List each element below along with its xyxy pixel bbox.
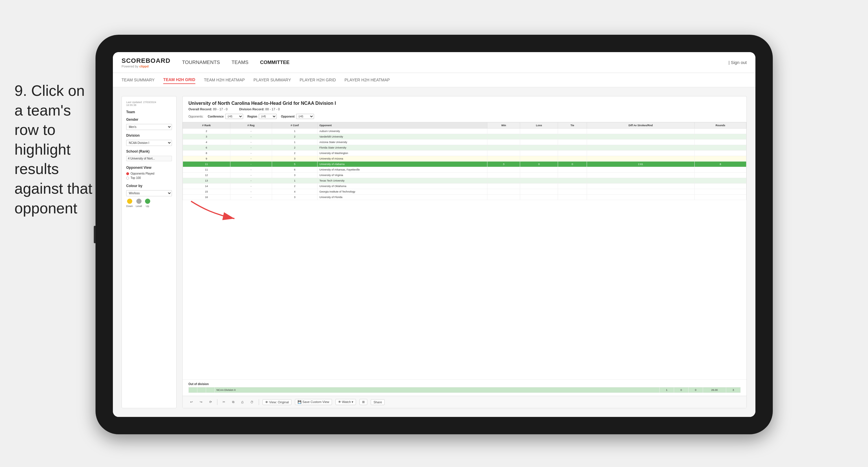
colour-up: Up (145, 199, 150, 208)
out-div-tie: 0 (688, 387, 703, 393)
table-panel: University of North Carolina Head-to-Hea… (182, 96, 747, 408)
radio-dot-top100 (126, 177, 129, 179)
opponent-view-label: Opponent View (126, 166, 172, 170)
tab-player-summary[interactable]: PLAYER SUMMARY (253, 76, 291, 84)
tab-team-h2h-grid[interactable]: TEAM H2H GRID (163, 76, 195, 84)
opponent-select[interactable]: (All) (296, 114, 314, 119)
table-title: University of North Carolina Head-to-Hea… (188, 101, 741, 106)
grid-table-wrapper: # Rank # Reg # Conf Opponent Win Loss Ti… (183, 122, 746, 379)
out-of-division-table: NCAA Division II 1 0 0 26.00 3 (188, 387, 741, 393)
out-div-win: 1 (660, 387, 674, 393)
colour-section: Colour by Win/loss Down Level (126, 184, 172, 208)
tab-team-summary[interactable]: TEAM SUMMARY (122, 76, 155, 84)
tab-player-h2h-grid[interactable]: PLAYER H2H GRID (300, 76, 336, 84)
table-row[interactable]: 14-2University of Oklahoma (183, 183, 746, 189)
th-conf: # Conf (272, 122, 317, 128)
th-win: Win (487, 122, 520, 128)
table-row[interactable]: 4-1Arizona State University (183, 140, 746, 145)
nav-sign-out: | Sign out (728, 60, 747, 65)
out-of-division-title: Out of division (188, 382, 741, 386)
out-div-conf (206, 387, 215, 393)
tablet-device: SCOREBOARD Powered by clippd TOURNAMENTS… (95, 35, 773, 434)
nav-teams[interactable]: TEAMS (231, 58, 249, 67)
gender-select[interactable]: Men's (126, 124, 172, 130)
tab-player-h2h-heatmap[interactable]: PLAYER H2H HEATMAP (344, 76, 390, 84)
instruction-text: 9. Click on a team's row to highlight re… (14, 81, 95, 218)
out-div-rank (189, 387, 197, 393)
colour-circle-level (136, 199, 142, 204)
nav-committee[interactable]: COMMITTEE (260, 58, 289, 67)
radio-dot-opponents (126, 172, 129, 175)
table-row[interactable]: 3-2Vanderbilt University (183, 134, 746, 140)
th-tie: Tie (558, 122, 587, 128)
share-btn[interactable]: Share (371, 399, 384, 405)
toolbar-sep-1 (217, 399, 217, 405)
sidebar-panel: Last Updated: 27/03/2024 16:55:38 Team G… (122, 96, 177, 408)
table-row[interactable]: 11-6University of Arkansas, Fayetteville (183, 167, 746, 173)
sub-nav: TEAM SUMMARY TEAM H2H GRID TEAM H2H HEAT… (113, 73, 755, 87)
table-row[interactable]: 15-4Georgia Institute of Technology (183, 189, 746, 195)
th-rounds: Rounds (694, 122, 746, 128)
bottom-toolbar: ↩ ↪ ⟳ ✂ ⧉ ⎙ ⏱ 👁 View: Original 💾 Save Cu… (183, 396, 746, 408)
radio-top100[interactable]: Top 100 (126, 176, 172, 179)
copy-btn[interactable]: ⧉ (230, 399, 236, 405)
nav-tournaments[interactable]: TOURNAMENTS (182, 58, 220, 67)
colour-down: Down (126, 199, 133, 208)
colour-circle-up (145, 199, 150, 204)
table-row[interactable]: 16-3University of Florida (183, 195, 746, 200)
nav-items: TOURNAMENTS TEAMS COMMITTEE (182, 58, 728, 67)
radio-opponents-played[interactable]: Opponents Played (126, 172, 172, 175)
opponents-label: Opponents: (188, 115, 204, 118)
watch-btn[interactable]: 👁 Watch ▾ (336, 399, 356, 405)
table-row[interactable]: 8-2University of Washington (183, 150, 746, 156)
th-rank: # Rank (183, 122, 230, 128)
tablet-screen: SCOREBOARD Powered by clippd TOURNAMENTS… (113, 52, 755, 417)
table-row[interactable]: 9-3University of Arizona (183, 156, 746, 162)
out-div-diff: 26.00 (703, 387, 726, 393)
opponent-filter: Opponent (All) (281, 114, 314, 119)
school-label: School (Rank) (126, 149, 172, 153)
colour-legend: Down Level Up (126, 199, 172, 208)
th-loss: Loss (520, 122, 558, 128)
colour-level: Level (136, 199, 142, 208)
redo-btn[interactable]: ↪ (198, 399, 204, 405)
logo-area: SCOREBOARD Powered by clippd (122, 57, 170, 68)
logo-powered: Powered by clippd (122, 64, 170, 68)
table-row[interactable]: 13-1Texas Tech University (183, 178, 746, 183)
undo-btn[interactable]: ↩ (188, 399, 194, 405)
tab-team-h2h-heatmap[interactable]: TEAM H2H HEATMAP (204, 76, 245, 84)
clock-btn[interactable]: ⏱ (249, 400, 255, 405)
scissors-btn[interactable]: ✂ (221, 399, 227, 405)
table-row[interactable]: 2-1Auburn University (183, 128, 746, 134)
table-row[interactable]: 6-2Florida State University (183, 145, 746, 150)
school-value: 4 University of Nort... (126, 156, 172, 161)
opponent-label: Opponent (281, 115, 294, 118)
region-label: Region (247, 115, 257, 118)
main-content: Last Updated: 27/03/2024 16:55:38 Team G… (113, 87, 755, 417)
colour-select[interactable]: Win/loss (126, 190, 172, 196)
gender-section: Gender Men's (126, 118, 172, 130)
paste-btn[interactable]: ⎙ (240, 400, 245, 405)
refresh-btn[interactable]: ⟳ (208, 399, 214, 405)
gender-label: Gender (126, 118, 172, 122)
records-row: Overall Record: 89 - 17 - 0 Division Rec… (188, 108, 741, 111)
conference-select[interactable]: (All) (225, 114, 243, 119)
save-custom-view-btn[interactable]: 💾 Save Custom View (295, 399, 332, 405)
out-div-label: NCAA Division II (215, 387, 660, 393)
grid-btn[interactable]: ⊞ (360, 399, 367, 405)
toolbar-sep-2 (259, 399, 259, 405)
view-original-btn[interactable]: 👁 View: Original (262, 399, 291, 405)
school-section: School (Rank) 4 University of Nort... (126, 149, 172, 161)
team-label: Team (126, 110, 172, 114)
colour-circle-down (127, 199, 132, 204)
out-div-reg (197, 387, 206, 393)
out-div-rounds: 3 (726, 387, 741, 393)
table-row[interactable]: 11-5University of Alabama3002.618 (183, 162, 746, 167)
region-select[interactable]: (All) (259, 114, 277, 119)
conference-label: Conference (208, 115, 224, 118)
table-row[interactable]: 12-3University of Virginia (183, 173, 746, 178)
tablet-side-button (94, 226, 95, 243)
division-select[interactable]: NCAA Division I (126, 140, 172, 146)
overall-record: Overall Record: 89 - 17 - 0 (188, 108, 227, 111)
table-header: University of North Carolina Head-to-Hea… (183, 96, 746, 122)
